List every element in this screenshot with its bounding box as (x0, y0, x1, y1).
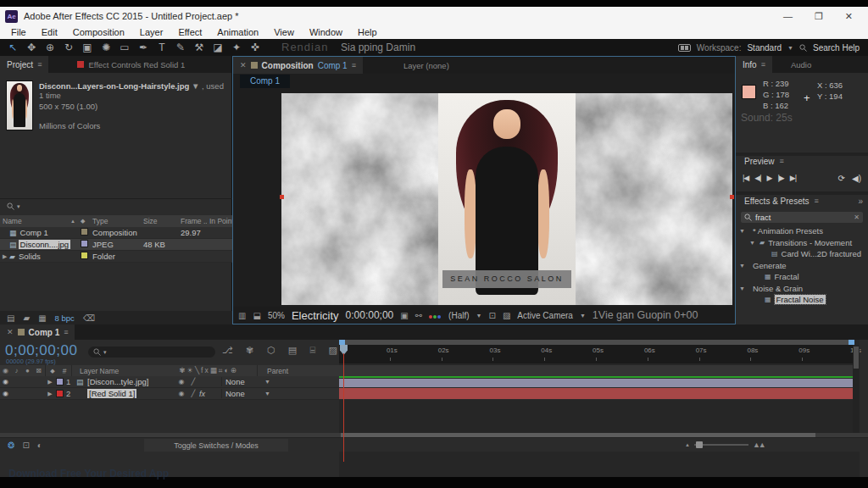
current-timecode[interactable]: 0;00;00;00 (5, 342, 77, 359)
menu-item[interactable]: Help (350, 27, 385, 37)
tab-project[interactable]: Project ≡ (0, 56, 48, 73)
ruler-segment[interactable]: 03s (442, 345, 494, 363)
expander-icon[interactable]: ▶ (44, 391, 56, 397)
eye-toggle[interactable]: ◉ (0, 378, 11, 385)
frame-blending-icon[interactable]: ⌸ (310, 345, 316, 356)
project-bit-depth[interactable]: 8 bpc (55, 313, 75, 323)
column-frame-rate[interactable]: Frame ... (178, 217, 207, 225)
previous-frame-button[interactable]: ◀| (754, 174, 760, 182)
project-row[interactable]: ▶ ▰ Solids Folder (0, 251, 232, 263)
layer-track-2[interactable] (339, 388, 854, 400)
tab-info[interactable]: Info ≡ (736, 56, 772, 73)
tool-icon[interactable]: ▣ (78, 42, 97, 53)
layer-name-column[interactable]: Layer Name (73, 367, 161, 375)
tool-icon[interactable]: ⚒ (190, 42, 209, 53)
parent-dropdown[interactable]: None ▼ (221, 389, 274, 398)
tool-icon[interactable]: ✒ (134, 42, 153, 53)
expander-icon[interactable]: ▼ (749, 240, 756, 246)
effects-tree-item[interactable]: ▦ Fractal (736, 271, 868, 283)
column-in-point[interactable]: In Point (207, 217, 232, 225)
last-frame-button[interactable]: ▶| (790, 174, 796, 182)
minimize-button[interactable]: — (783, 11, 793, 22)
menu-item[interactable]: Animation (209, 27, 266, 37)
chevron-down-icon[interactable]: ▼ (580, 313, 586, 319)
ruler-segment[interactable]: 09s (751, 345, 803, 363)
motion-blur-toggle-icon[interactable]: ◐ (37, 441, 42, 450)
ruler-segment[interactable]: 02s (391, 345, 442, 363)
effect-name[interactable]: Noise & Grain (753, 284, 803, 293)
effects-tree-item[interactable]: ▼ * Animation Presets (736, 225, 868, 237)
tool-icon[interactable]: ↻ (59, 42, 78, 53)
time-ruler[interactable]: 01s 02s 03s 04s (339, 345, 854, 363)
next-frame-button[interactable]: |▶ (777, 174, 783, 182)
layer-bar-1[interactable] (339, 379, 854, 387)
tab-layer[interactable]: Layer (none) (397, 57, 456, 74)
menu-item[interactable]: Composition (65, 27, 132, 37)
show-channel-icon[interactable] (429, 311, 442, 320)
panel-menu-icon[interactable]: ≡ (352, 61, 356, 69)
layer-track-1[interactable] (339, 376, 854, 388)
tool-icon[interactable]: T (153, 42, 171, 53)
menu-item[interactable]: View (266, 27, 302, 37)
effects-search-value[interactable]: fract (755, 213, 850, 222)
effect-name[interactable]: Generate (753, 261, 787, 270)
chevron-down-icon[interactable]: ▼ (787, 45, 793, 51)
project-row[interactable]: ▤ Disconn....jpg JPEG 48 KB (0, 239, 232, 251)
tool-icon[interactable]: ✎ (171, 42, 190, 53)
effects-search-input[interactable]: fract ✕ (741, 212, 863, 223)
playhead-line[interactable] (343, 353, 344, 462)
workspace-value[interactable]: Standard (747, 43, 782, 53)
expander-icon[interactable]: ▼ (739, 263, 746, 269)
close-tab-icon[interactable]: ✕ (7, 328, 14, 336)
always-preview-icon[interactable]: ▥ (238, 311, 246, 320)
tool-icon[interactable]: ✜ (246, 42, 264, 53)
label-color-swatch[interactable] (81, 240, 88, 247)
ruler-segment[interactable]: 07s (648, 345, 700, 363)
layer-name[interactable]: [Discon...tyle.jpg] (87, 377, 175, 386)
panel-menu-icon[interactable]: ≡ (64, 328, 68, 336)
eye-toggle[interactable]: ◉ (0, 390, 11, 397)
quality-switch[interactable]: ◉ (175, 378, 187, 385)
shy-layers-icon[interactable]: ❂ (8, 441, 14, 450)
snapshot-icon[interactable]: ▣ (400, 311, 408, 320)
tool-icon[interactable]: ✺ (97, 42, 115, 53)
tab-effect-controls[interactable]: Effect Controls Red Solid 1 (70, 56, 192, 73)
loop-button[interactable]: ⟳ (838, 174, 845, 183)
panel-menu-icon[interactable]: ≡ (761, 60, 765, 69)
zoom-slider-track[interactable] (694, 444, 748, 446)
column-name[interactable]: Name (3, 217, 22, 225)
ruler-segment[interactable]: 05s (545, 345, 597, 363)
layer-row[interactable]: ◉ ▶ 1 ▤ [Discon...tyle.jpg] ◉ ╱ None ▼ (0, 376, 339, 388)
effect-name[interactable]: Fractal Noise (775, 295, 826, 304)
layer-color-swatch[interactable] (56, 378, 64, 385)
timeline-search-input[interactable]: ▾ (88, 347, 215, 358)
region-of-interest-icon[interactable]: ⊡ (489, 311, 496, 320)
expander-icon[interactable]: ▶ (44, 379, 56, 385)
footage-thumbnail[interactable] (7, 81, 32, 130)
tab-audio[interactable]: Audio (784, 56, 818, 73)
zoom-slider-thumb[interactable] (696, 441, 703, 448)
label-color-swatch[interactable] (81, 228, 88, 236)
frame-blending-toggle-icon[interactable]: ⊡ (22, 441, 29, 450)
first-frame-button[interactable]: |◀ (743, 174, 748, 182)
menu-item[interactable]: Window (302, 27, 350, 37)
audio-mute-button[interactable]: ◀) (852, 174, 861, 183)
menu-item[interactable]: Layer (132, 27, 171, 37)
ruler-segment[interactable]: 04s (493, 345, 545, 363)
layer-handle-left[interactable] (280, 195, 284, 199)
tab-timeline-comp[interactable]: ✕ Comp 1 ≡ (0, 324, 75, 340)
layer-bar-2[interactable] (339, 388, 854, 399)
effect-name[interactable]: * Animation Presets (753, 226, 823, 236)
audio-icon[interactable]: ♪ (11, 367, 22, 374)
hide-shy-layers-icon[interactable]: ▤ (288, 345, 297, 356)
tool-icon[interactable]: ✦ (227, 42, 246, 53)
draft-3d-icon[interactable]: ⬡ (267, 345, 275, 356)
camera-view-value[interactable]: Active Camera (517, 311, 573, 320)
column-type[interactable]: Type (90, 217, 141, 225)
tool-icon[interactable]: ▭ (115, 42, 134, 53)
column-size[interactable]: Size (141, 217, 178, 225)
effects-presets-header[interactable]: Effects & Presets ≡ » (736, 191, 868, 207)
close-tab-icon[interactable]: ✕ (240, 61, 247, 69)
delete-icon[interactable]: ⌫ (83, 313, 95, 323)
clear-search-icon[interactable]: ✕ (854, 214, 860, 221)
